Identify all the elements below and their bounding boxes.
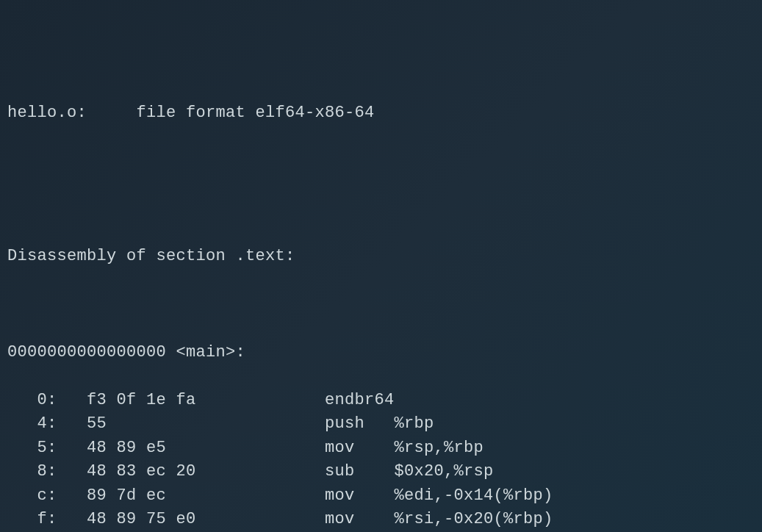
symbol-header-line: 0000000000000000 <main>: bbox=[7, 341, 755, 365]
file-header-line: hello.o: file format elf64-x86-64 bbox=[7, 101, 755, 126]
disassembly-line: f: 48 89 75 e0 mov %rsi,-0x20(%rbp) bbox=[7, 508, 755, 532]
disassembly-line: 4: 55 push %rbp bbox=[7, 412, 755, 436]
blank-line bbox=[7, 149, 755, 173]
disassembly-line: 5: 48 89 e5 mov %rsp,%rbp bbox=[7, 436, 755, 461]
section-header-line: Disassembly of section .text: bbox=[7, 245, 755, 269]
disassembly-line: 8: 48 83 ec 20 sub $0x20,%rsp bbox=[7, 460, 755, 484]
blank-line bbox=[7, 197, 755, 221]
blank-line bbox=[7, 293, 755, 317]
disassembly-line: c: 89 7d ec mov %edi,-0x14(%rbp) bbox=[7, 484, 755, 508]
disassembly-line: 0: f3 0f 1e fa endbr64 bbox=[7, 389, 755, 413]
disassembly-listing: 0: f3 0f 1e fa endbr64 4: 55 push %rbp 5… bbox=[7, 389, 755, 532]
